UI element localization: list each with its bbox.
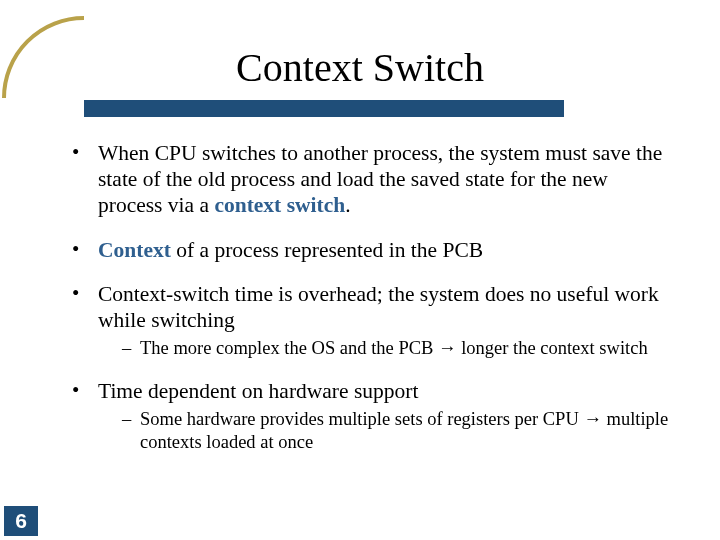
bullet-3-sub-1: The more complex the OS and the PCB → lo…: [122, 337, 670, 360]
bullet-4: Time dependent on hardware support Some …: [70, 378, 670, 453]
bullet-4-sub-1-pre: Some hardware provides multiple sets of …: [140, 409, 583, 429]
bullet-2-highlight: Context: [98, 238, 171, 262]
bullet-4-text: Time dependent on hardware support: [98, 379, 418, 403]
bullet-1-text-post: .: [345, 193, 350, 217]
arrow-icon: →: [583, 408, 602, 429]
title-underline-bar: [84, 100, 564, 117]
bullet-3-text: Context-switch time is overhead; the sys…: [98, 282, 659, 332]
bullet-2: Context of a process represented in the …: [70, 237, 670, 263]
bullet-1-highlight: context switch: [214, 193, 345, 217]
slide-title: Context Switch: [0, 44, 720, 91]
bullet-4-sub-1: Some hardware provides multiple sets of …: [122, 408, 670, 453]
slide-body: When CPU switches to another process, th…: [70, 140, 670, 471]
slide: Context Switch When CPU switches to anot…: [0, 0, 720, 540]
bullet-1: When CPU switches to another process, th…: [70, 140, 670, 219]
bullet-3: Context-switch time is overhead; the sys…: [70, 281, 670, 360]
arrow-icon: →: [438, 337, 457, 358]
bullet-1-text-pre: When CPU switches to another process, th…: [98, 141, 662, 217]
page-number: 6: [4, 506, 38, 536]
bullet-3-sub-1-pre: The more complex the OS and the PCB: [140, 338, 438, 358]
bullet-2-text-post: of a process represented in the PCB: [171, 238, 483, 262]
bullet-3-sub-1-post: longer the context switch: [457, 338, 648, 358]
